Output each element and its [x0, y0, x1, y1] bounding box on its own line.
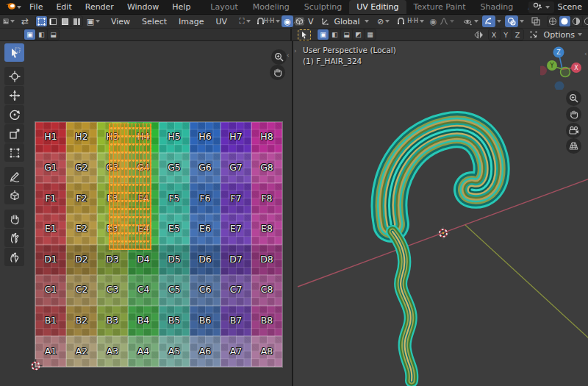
- grid-cell-B2: B2: [66, 306, 97, 337]
- shading-rendered-button[interactable]: [583, 16, 588, 26]
- vp-snap-with-dropdown[interactable]: H·H: [407, 15, 425, 27]
- hair-mesh-object[interactable]: [389, 129, 491, 381]
- vp-pan-button[interactable]: [566, 107, 581, 122]
- shading-wireframe-button[interactable]: [548, 16, 559, 26]
- tab-uv-editing[interactable]: UV Editing: [349, 0, 406, 14]
- tool-relax-button[interactable]: [4, 229, 24, 247]
- uv-op-set-button[interactable]: ▣: [24, 29, 35, 40]
- uv-op-subtract-button[interactable]: ⬓: [48, 29, 59, 40]
- uv-menu-view[interactable]: View: [105, 17, 136, 26]
- uv-select-mode-edge[interactable]: [48, 16, 59, 26]
- uv-snap-with-dropdown[interactable]: H·H: [266, 15, 278, 27]
- options-dropdown[interactable]: Options: [544, 30, 582, 40]
- vp-op-subtract-button[interactable]: ⬓: [341, 29, 352, 40]
- grid-cell-C1: C1: [35, 275, 66, 306]
- tool-cursor-button[interactable]: [4, 67, 24, 85]
- grid-cell-A5: A5: [159, 336, 190, 367]
- gizmo-caret-icon[interactable]: [497, 20, 501, 23]
- uv-menu-select[interactable]: Select: [136, 17, 173, 26]
- tool-move-button[interactable]: [4, 86, 24, 104]
- viewport-editor-type-button[interactable]: [293, 15, 305, 27]
- blender-logo-icon[interactable]: [5, 1, 16, 12]
- visibility-icon[interactable]: [463, 15, 478, 27]
- tab-shading[interactable]: Shading: [473, 0, 521, 14]
- uv-editor-type-button[interactable]: [3, 15, 15, 27]
- tool-scale-button[interactable]: [4, 124, 24, 143]
- vp-pivot-point-dropdown[interactable]: ⊘: [375, 15, 392, 27]
- snap-base-icon[interactable]: [528, 29, 539, 40]
- vp-op-intersect-button[interactable]: ▦: [365, 29, 376, 40]
- menu-file[interactable]: File: [23, 0, 49, 14]
- vp-op-extend-button[interactable]: ◧: [329, 29, 340, 40]
- tab-modeling[interactable]: Modeling: [245, 0, 297, 14]
- tool-transform-button[interactable]: [4, 143, 24, 162]
- grid-cell-G8: G8: [251, 153, 282, 184]
- tab-sculpting[interactable]: Sculpting: [297, 0, 349, 14]
- mirror-y-button[interactable]: Y: [501, 29, 512, 40]
- vp-proportional-falloff-dropdown[interactable]: [440, 15, 454, 27]
- grid-cell-label: A2: [76, 346, 88, 357]
- mirror-x-button[interactable]: X: [489, 29, 500, 40]
- 3d-cursor[interactable]: [437, 226, 450, 240]
- uv-select-mode-face[interactable]: [60, 16, 71, 26]
- overlays-caret-icon[interactable]: [520, 20, 524, 23]
- xray-toggle[interactable]: [529, 15, 542, 27]
- scene-selector[interactable]: [528, 1, 554, 13]
- mirror-icon[interactable]: [473, 29, 485, 40]
- vp-op-invert-button[interactable]: ◩: [353, 29, 364, 40]
- gizmo-x-neg-axis[interactable]: [540, 66, 547, 76]
- relax-icon: [9, 232, 21, 244]
- menu-window[interactable]: Window: [121, 0, 165, 14]
- grid-cell-label: A7: [230, 346, 243, 357]
- tool-pinch-button[interactable]: [4, 248, 24, 266]
- shading-material-button[interactable]: [571, 16, 582, 26]
- uv-pan-button[interactable]: [270, 65, 285, 80]
- shading-solid-button[interactable]: [559, 16, 570, 26]
- viewport-menu-truncated[interactable]: V: [305, 17, 317, 26]
- show-overlays-toggle[interactable]: [505, 15, 518, 27]
- tool-grab-button[interactable]: [4, 210, 24, 228]
- menu-render[interactable]: Render: [79, 0, 121, 14]
- tool-rip-region-button[interactable]: [4, 186, 24, 204]
- selected-uv-island[interactable]: [109, 124, 151, 250]
- uv-zoom-button[interactable]: [271, 49, 287, 65]
- tab-layout[interactable]: Layout: [203, 0, 245, 14]
- tool-rotate-button[interactable]: [4, 105, 24, 124]
- transform-orientation-dropdown[interactable]: Global: [331, 17, 363, 26]
- vp-toggle-ortho-button[interactable]: [566, 138, 581, 154]
- vp-region-collapse-icon[interactable]: ‹: [584, 50, 587, 57]
- uv-pivot-point-dropdown[interactable]: ⛶: [239, 15, 251, 27]
- navigation-gizmo[interactable]: Z Y X: [540, 46, 584, 90]
- grid-cell-label: G5: [168, 162, 181, 173]
- menu-edit[interactable]: Edit: [49, 0, 78, 14]
- uv-op-extend-button[interactable]: ◧: [36, 29, 47, 40]
- uv-select-mode-vertex[interactable]: [36, 16, 47, 26]
- menu-help[interactable]: Help: [165, 0, 197, 14]
- show-gizmo-toggle[interactable]: [482, 15, 495, 27]
- mirror-z-button[interactable]: Z: [512, 29, 523, 40]
- uv-region-collapse-icon[interactable]: ‹: [287, 51, 290, 59]
- tab-animation[interactable]: Animation: [520, 0, 528, 14]
- gizmo-z-neg-axis[interactable]: [555, 82, 564, 90]
- uv-sync-selection-toggle[interactable]: ⇄: [19, 15, 31, 27]
- viewport-canvas[interactable]: › User Perspective (Local) (1) F_HAIR_32…: [292, 41, 588, 386]
- gizmo-y-neg-axis[interactable]: [561, 68, 570, 77]
- active-tool-tweak-button[interactable]: [298, 29, 311, 40]
- tab-texture-paint[interactable]: Texture Paint: [406, 0, 473, 14]
- vp-zoom-button[interactable]: [566, 90, 581, 106]
- tool-tweak-button[interactable]: [4, 43, 24, 62]
- uv-sticky-selection-dropdown[interactable]: ▣: [87, 15, 99, 27]
- uv-menu-image[interactable]: Image: [173, 17, 209, 26]
- scene-name[interactable]: Scene: [557, 2, 582, 12]
- rip-region-icon: [9, 190, 21, 201]
- viewport-scene: [293, 41, 588, 386]
- uv-select-mode-island[interactable]: [71, 16, 82, 26]
- uv-2d-cursor[interactable]: [29, 359, 43, 373]
- uv-editor-canvas[interactable]: H1H2H3H4H5H6H7H8G1G2G3G4G5G6G7G8F1F2F3F4…: [0, 41, 292, 386]
- vp-snap-toggle[interactable]: [395, 15, 407, 27]
- vp-camera-view-button[interactable]: [566, 123, 581, 138]
- tool-annotate-button[interactable]: [4, 167, 24, 185]
- vp-op-set-button[interactable]: ▣: [318, 29, 329, 40]
- vp-proportional-editing-toggle[interactable]: ◉: [428, 15, 440, 27]
- uv-menu-uv[interactable]: UV: [210, 17, 234, 26]
